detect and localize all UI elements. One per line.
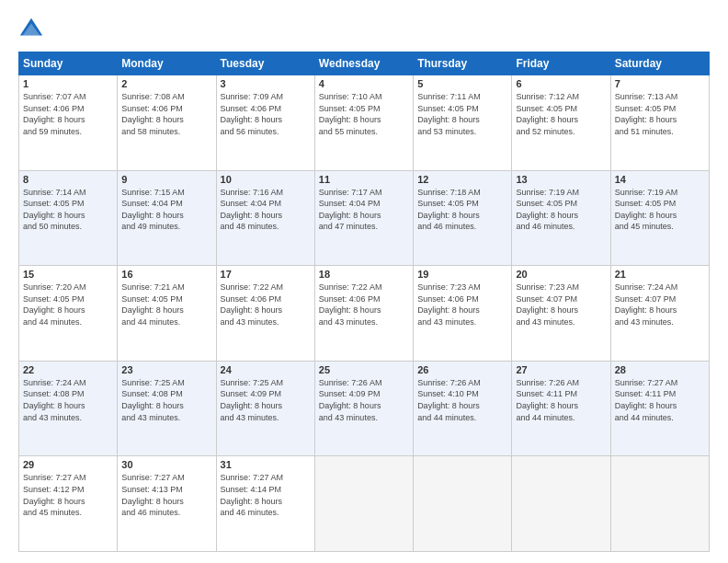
calendar-cell: 20Sunrise: 7:23 AM Sunset: 4:07 PM Dayli… [512, 266, 610, 362]
day-number: 20 [516, 269, 606, 280]
day-number: 24 [221, 364, 311, 375]
day-info: Sunrise: 7:27 AM Sunset: 4:11 PM Dayligh… [615, 377, 705, 423]
calendar-header-sunday: Sunday [19, 52, 118, 75]
calendar-cell: 6Sunrise: 7:12 AM Sunset: 4:05 PM Daylig… [512, 75, 610, 171]
calendar-cell: 31Sunrise: 7:27 AM Sunset: 4:14 PM Dayli… [216, 456, 314, 552]
day-number: 25 [319, 364, 409, 375]
day-info: Sunrise: 7:10 AM Sunset: 4:05 PM Dayligh… [319, 91, 409, 137]
calendar-header-friday: Friday [512, 52, 610, 75]
calendar-cell: 3Sunrise: 7:09 AM Sunset: 4:06 PM Daylig… [216, 75, 314, 171]
day-number: 22 [23, 364, 113, 375]
day-info: Sunrise: 7:18 AM Sunset: 4:05 PM Dayligh… [417, 187, 507, 233]
day-info: Sunrise: 7:17 AM Sunset: 4:04 PM Dayligh… [319, 187, 409, 233]
day-number: 6 [516, 78, 606, 89]
day-info: Sunrise: 7:20 AM Sunset: 4:05 PM Dayligh… [23, 282, 113, 327]
day-number: 2 [121, 78, 211, 89]
day-info: Sunrise: 7:09 AM Sunset: 4:06 PM Dayligh… [221, 91, 311, 137]
day-number: 27 [516, 364, 606, 375]
calendar-header-thursday: Thursday [414, 52, 512, 75]
day-info: Sunrise: 7:26 AM Sunset: 4:11 PM Dayligh… [516, 377, 606, 423]
day-number: 1 [23, 78, 113, 89]
calendar-cell [610, 456, 709, 552]
calendar-cell: 19Sunrise: 7:23 AM Sunset: 4:06 PM Dayli… [414, 266, 512, 362]
calendar-cell: 18Sunrise: 7:22 AM Sunset: 4:06 PM Dayli… [314, 266, 413, 362]
day-info: Sunrise: 7:27 AM Sunset: 4:13 PM Dayligh… [121, 472, 211, 518]
calendar-cell: 24Sunrise: 7:25 AM Sunset: 4:09 PM Dayli… [216, 361, 314, 456]
day-number: 11 [319, 174, 409, 185]
day-info: Sunrise: 7:21 AM Sunset: 4:05 PM Dayligh… [121, 282, 211, 327]
day-number: 14 [615, 174, 705, 185]
day-info: Sunrise: 7:12 AM Sunset: 4:05 PM Dayligh… [516, 91, 606, 137]
day-number: 23 [121, 364, 211, 375]
day-number: 18 [319, 269, 409, 280]
day-info: Sunrise: 7:24 AM Sunset: 4:08 PM Dayligh… [23, 377, 113, 423]
day-number: 7 [615, 78, 705, 89]
calendar-cell: 29Sunrise: 7:27 AM Sunset: 4:12 PM Dayli… [19, 456, 118, 552]
day-info: Sunrise: 7:07 AM Sunset: 4:06 PM Dayligh… [23, 91, 113, 137]
calendar-cell: 27Sunrise: 7:26 AM Sunset: 4:11 PM Dayli… [512, 361, 610, 456]
calendar-cell: 9Sunrise: 7:15 AM Sunset: 4:04 PM Daylig… [118, 170, 216, 266]
calendar-cell: 5Sunrise: 7:11 AM Sunset: 4:05 PM Daylig… [414, 75, 512, 171]
calendar-cell: 7Sunrise: 7:13 AM Sunset: 4:05 PM Daylig… [610, 75, 709, 171]
day-info: Sunrise: 7:27 AM Sunset: 4:14 PM Dayligh… [221, 472, 311, 518]
day-number: 8 [23, 174, 113, 185]
day-number: 9 [121, 174, 211, 185]
calendar-cell: 2Sunrise: 7:08 AM Sunset: 4:06 PM Daylig… [118, 75, 216, 171]
day-info: Sunrise: 7:14 AM Sunset: 4:05 PM Dayligh… [23, 187, 113, 233]
day-number: 17 [221, 269, 311, 280]
day-info: Sunrise: 7:23 AM Sunset: 4:07 PM Dayligh… [516, 282, 606, 327]
calendar-header-tuesday: Tuesday [216, 52, 314, 75]
day-info: Sunrise: 7:22 AM Sunset: 4:06 PM Dayligh… [319, 282, 409, 327]
day-info: Sunrise: 7:19 AM Sunset: 4:05 PM Dayligh… [615, 187, 705, 233]
day-number: 28 [615, 364, 705, 375]
day-info: Sunrise: 7:25 AM Sunset: 4:09 PM Dayligh… [221, 377, 311, 423]
day-number: 10 [221, 174, 311, 185]
calendar-week-2: 8Sunrise: 7:14 AM Sunset: 4:05 PM Daylig… [19, 170, 710, 266]
day-info: Sunrise: 7:15 AM Sunset: 4:04 PM Dayligh… [121, 187, 211, 233]
day-info: Sunrise: 7:19 AM Sunset: 4:05 PM Dayligh… [516, 187, 606, 233]
logo-icon [18, 17, 44, 42]
calendar-header-saturday: Saturday [610, 52, 709, 75]
calendar-body: 1Sunrise: 7:07 AM Sunset: 4:06 PM Daylig… [19, 75, 710, 552]
day-number: 31 [221, 459, 311, 470]
day-number: 21 [615, 269, 705, 280]
day-info: Sunrise: 7:23 AM Sunset: 4:06 PM Dayligh… [417, 282, 507, 327]
page: SundayMondayTuesdayWednesdayThursdayFrid… [0, 0, 728, 563]
day-number: 4 [319, 78, 409, 89]
day-info: Sunrise: 7:22 AM Sunset: 4:06 PM Dayligh… [221, 282, 311, 327]
calendar-header-wednesday: Wednesday [314, 52, 413, 75]
day-info: Sunrise: 7:25 AM Sunset: 4:08 PM Dayligh… [121, 377, 211, 423]
calendar-cell: 10Sunrise: 7:16 AM Sunset: 4:04 PM Dayli… [216, 170, 314, 266]
calendar-header-monday: Monday [118, 52, 216, 75]
day-info: Sunrise: 7:26 AM Sunset: 4:09 PM Dayligh… [319, 377, 409, 423]
calendar-cell: 23Sunrise: 7:25 AM Sunset: 4:08 PM Dayli… [118, 361, 216, 456]
day-number: 30 [121, 459, 211, 470]
logo [18, 17, 48, 42]
calendar-cell: 22Sunrise: 7:24 AM Sunset: 4:08 PM Dayli… [19, 361, 118, 456]
day-info: Sunrise: 7:11 AM Sunset: 4:05 PM Dayligh… [417, 91, 507, 137]
day-info: Sunrise: 7:13 AM Sunset: 4:05 PM Dayligh… [615, 91, 705, 137]
calendar-cell: 28Sunrise: 7:27 AM Sunset: 4:11 PM Dayli… [610, 361, 709, 456]
day-info: Sunrise: 7:24 AM Sunset: 4:07 PM Dayligh… [615, 282, 705, 327]
day-info: Sunrise: 7:08 AM Sunset: 4:06 PM Dayligh… [121, 91, 211, 137]
calendar-table: SundayMondayTuesdayWednesdayThursdayFrid… [18, 52, 710, 552]
calendar-cell [314, 456, 413, 552]
header [18, 17, 710, 42]
calendar-cell: 13Sunrise: 7:19 AM Sunset: 4:05 PM Dayli… [512, 170, 610, 266]
calendar-cell: 26Sunrise: 7:26 AM Sunset: 4:10 PM Dayli… [414, 361, 512, 456]
calendar-cell: 4Sunrise: 7:10 AM Sunset: 4:05 PM Daylig… [314, 75, 413, 171]
day-info: Sunrise: 7:16 AM Sunset: 4:04 PM Dayligh… [221, 187, 311, 233]
calendar-header-row: SundayMondayTuesdayWednesdayThursdayFrid… [19, 52, 710, 75]
calendar-week-1: 1Sunrise: 7:07 AM Sunset: 4:06 PM Daylig… [19, 75, 710, 171]
calendar-cell [414, 456, 512, 552]
calendar-cell: 21Sunrise: 7:24 AM Sunset: 4:07 PM Dayli… [610, 266, 709, 362]
day-number: 3 [221, 78, 311, 89]
day-number: 19 [417, 269, 507, 280]
calendar-week-5: 29Sunrise: 7:27 AM Sunset: 4:12 PM Dayli… [19, 456, 710, 552]
day-number: 13 [516, 174, 606, 185]
day-number: 5 [417, 78, 507, 89]
day-number: 26 [417, 364, 507, 375]
day-number: 16 [121, 269, 211, 280]
calendar-cell: 11Sunrise: 7:17 AM Sunset: 4:04 PM Dayli… [314, 170, 413, 266]
calendar-cell: 30Sunrise: 7:27 AM Sunset: 4:13 PM Dayli… [118, 456, 216, 552]
